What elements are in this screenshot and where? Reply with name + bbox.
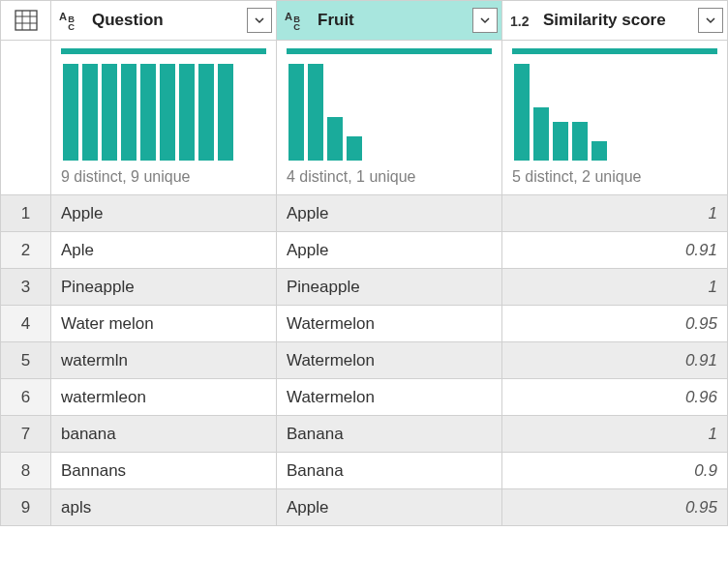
table-row[interactable]: 4Water melonWatermelon0.95 [1,306,728,342]
cell-similarity-score[interactable]: 0.9 [502,453,728,489]
svg-text:C: C [68,22,75,32]
column-stats[interactable]: 9 distinct, 9 unique [51,41,277,195]
table-row[interactable]: 3PineapplePineapple1 [1,269,728,306]
table-row[interactable]: 5watermlnWatermelon0.91 [1,342,728,379]
profile-bar [533,107,549,161]
row-number[interactable]: 3 [1,269,51,306]
column-stats-text: 9 distinct, 9 unique [61,168,266,186]
chevron-down-icon [705,15,716,26]
cell-question[interactable]: apls [51,489,277,526]
profile-bar [592,141,607,161]
cell-question[interactable]: Water melon [51,306,277,342]
profile-bar [572,122,588,161]
row-number[interactable]: 4 [1,306,51,342]
profile-bar [327,117,343,161]
row-number[interactable]: 1 [1,195,51,232]
cell-question[interactable]: Pineapple [51,269,277,306]
profile-bar [140,64,156,161]
text-type-icon[interactable]: A B C [59,7,86,34]
row-number[interactable]: 7 [1,416,51,453]
row-number[interactable]: 2 [1,232,51,269]
cell-question[interactable]: Aple [51,232,277,269]
data-table: A B C Question A B C Fruit 1.2 Similarit… [0,0,728,526]
column-stats[interactable]: 5 distinct, 2 unique [502,41,728,195]
cell-fruit[interactable]: Watermelon [277,306,502,342]
column-header[interactable]: A B C Fruit [277,1,502,41]
cell-similarity-score[interactable]: 0.95 [502,489,728,526]
row-number[interactable]: 5 [1,342,51,379]
profile-bar [102,64,117,161]
column-stats[interactable]: 4 distinct, 1 unique [277,41,502,195]
cell-fruit[interactable]: Banana [277,416,502,453]
column-filter-button[interactable] [698,8,723,33]
profile-bar [63,64,78,161]
cell-question[interactable]: Apple [51,195,277,232]
column-header[interactable]: 1.2 Similarity score [502,1,728,41]
cell-question[interactable]: Bannans [51,453,277,489]
svg-text:A: A [285,11,292,22]
cell-fruit[interactable]: Banana [277,453,502,489]
profile-bar [308,64,323,161]
cell-fruit[interactable]: Pineapple [277,269,502,306]
quality-bar [61,48,266,54]
chevron-down-icon [479,15,491,26]
profile-bar [198,64,214,161]
column-stats-text: 5 distinct, 2 unique [512,168,717,186]
cell-fruit[interactable]: Watermelon [277,379,502,416]
cell-similarity-score[interactable]: 0.96 [502,379,728,416]
table-row[interactable]: 2ApleApple0.91 [1,232,728,269]
profile-chart [61,64,266,161]
cell-similarity-score[interactable]: 1 [502,195,728,232]
table-row[interactable]: 1AppleApple1 [1,195,728,232]
table-corner[interactable] [1,1,51,41]
table-row[interactable]: 6watermleonWatermelon0.96 [1,379,728,416]
row-number[interactable]: 8 [1,453,51,489]
cell-similarity-score[interactable]: 0.91 [502,232,728,269]
table-icon [13,7,40,34]
cell-fruit[interactable]: Apple [277,489,502,526]
cell-similarity-score[interactable]: 0.91 [502,342,728,379]
column-header[interactable]: A B C Question [51,1,277,41]
quality-bar [287,48,492,54]
table-row[interactable]: 9aplsApple0.95 [1,489,728,526]
svg-rect-0 [15,11,37,30]
quality-bar [512,48,717,54]
cell-similarity-score[interactable]: 0.95 [502,306,728,342]
cell-fruit[interactable]: Watermelon [277,342,502,379]
profile-bar [553,122,568,161]
profile-bar [347,136,362,161]
profile-bar [288,64,304,161]
column-title: Fruit [312,11,472,30]
column-filter-button[interactable] [247,8,272,33]
column-filter-button[interactable] [472,8,498,33]
cell-similarity-score[interactable]: 1 [502,269,728,306]
profile-chart [287,64,492,161]
cell-fruit[interactable]: Apple [277,232,502,269]
text-type-icon[interactable]: A B C [285,7,312,34]
profile-bar [121,64,136,161]
chevron-down-icon [254,15,265,26]
row-number[interactable]: 9 [1,489,51,526]
cell-similarity-score[interactable]: 1 [502,416,728,453]
stats-gutter [1,41,51,195]
cell-fruit[interactable]: Apple [277,195,502,232]
cell-question[interactable]: watermln [51,342,277,379]
cell-question[interactable]: watermleon [51,379,277,416]
profile-bar [160,64,175,161]
column-title: Question [86,11,247,30]
cell-question[interactable]: banana [51,416,277,453]
profile-chart [512,64,717,161]
number-type-icon[interactable]: 1.2 [510,7,537,34]
svg-text:A: A [59,11,67,22]
table-row[interactable]: 7bananaBanana1 [1,416,728,453]
column-stats-text: 4 distinct, 1 unique [287,168,492,186]
svg-text:1.2: 1.2 [510,14,530,29]
profile-bar [514,64,530,161]
profile-bar [82,64,98,161]
svg-text:C: C [293,22,300,32]
profile-bar [179,64,195,161]
profile-bar [218,64,233,161]
column-title: Similarity score [537,11,698,30]
table-row[interactable]: 8BannansBanana0.9 [1,453,728,489]
row-number[interactable]: 6 [1,379,51,416]
